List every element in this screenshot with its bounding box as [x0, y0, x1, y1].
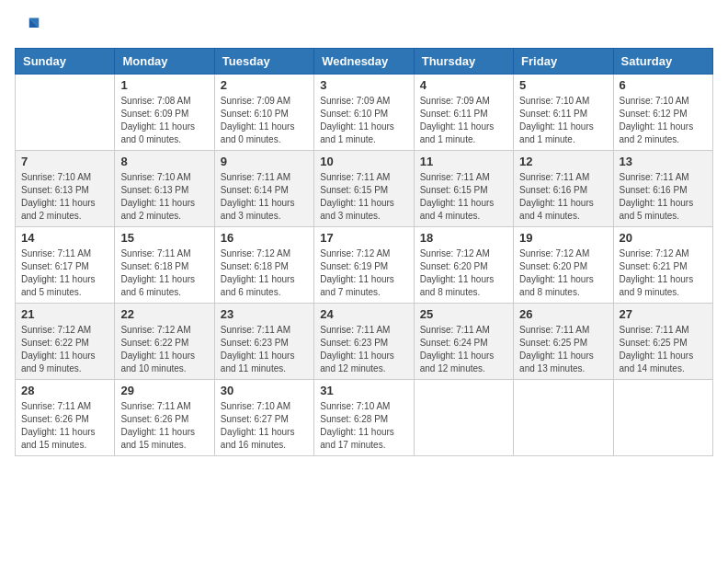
day-number: 4	[420, 78, 507, 92]
calendar-day-header: Friday	[514, 49, 613, 75]
day-number: 11	[420, 155, 507, 168]
calendar-week-row: 7Sunrise: 7:10 AM Sunset: 6:13 PM Daylig…	[16, 151, 713, 227]
logo	[15, 15, 44, 40]
calendar-cell: 11Sunrise: 7:11 AM Sunset: 6:15 PM Dayli…	[414, 151, 513, 227]
calendar-cell	[514, 380, 613, 456]
day-info: Sunrise: 7:11 AM Sunset: 6:18 PM Dayligh…	[120, 247, 208, 299]
day-info: Sunrise: 7:10 AM Sunset: 6:13 PM Dayligh…	[120, 171, 208, 223]
day-number: 17	[320, 231, 407, 245]
calendar-cell: 30Sunrise: 7:10 AM Sunset: 6:27 PM Dayli…	[214, 380, 313, 456]
calendar-cell	[613, 380, 712, 456]
day-info: Sunrise: 7:11 AM Sunset: 6:16 PM Dayligh…	[620, 171, 707, 223]
calendar-cell: 16Sunrise: 7:12 AM Sunset: 6:18 PM Dayli…	[214, 227, 313, 304]
day-number: 3	[320, 78, 407, 92]
calendar-cell: 19Sunrise: 7:12 AM Sunset: 6:20 PM Dayli…	[514, 227, 613, 304]
day-number: 7	[21, 155, 108, 168]
day-info: Sunrise: 7:12 AM Sunset: 6:22 PM Dayligh…	[120, 324, 208, 375]
day-number: 6	[620, 78, 707, 92]
day-number: 20	[620, 231, 707, 245]
day-info: Sunrise: 7:11 AM Sunset: 6:26 PM Dayligh…	[120, 400, 208, 452]
day-info: Sunrise: 7:11 AM Sunset: 6:25 PM Dayligh…	[620, 324, 707, 375]
day-info: Sunrise: 7:12 AM Sunset: 6:19 PM Dayligh…	[320, 247, 407, 299]
day-number: 30	[221, 384, 308, 397]
calendar-header-row: SundayMondayTuesdayWednesdayThursdayFrid…	[16, 49, 713, 75]
day-number: 15	[120, 231, 208, 245]
calendar-day-header: Saturday	[613, 49, 712, 75]
day-info: Sunrise: 7:11 AM Sunset: 6:15 PM Dayligh…	[320, 171, 407, 223]
day-info: Sunrise: 7:09 AM Sunset: 6:11 PM Dayligh…	[420, 95, 507, 146]
day-info: Sunrise: 7:11 AM Sunset: 6:23 PM Dayligh…	[320, 324, 407, 375]
calendar-cell: 21Sunrise: 7:12 AM Sunset: 6:22 PM Dayli…	[16, 304, 115, 380]
calendar-week-row: 28Sunrise: 7:11 AM Sunset: 6:26 PM Dayli…	[16, 380, 713, 456]
calendar-cell: 9Sunrise: 7:11 AM Sunset: 6:14 PM Daylig…	[214, 151, 313, 227]
calendar-cell: 1Sunrise: 7:08 AM Sunset: 6:09 PM Daylig…	[115, 75, 214, 151]
day-number: 9	[221, 155, 308, 168]
day-number: 26	[519, 307, 607, 321]
calendar-cell: 14Sunrise: 7:11 AM Sunset: 6:17 PM Dayli…	[16, 227, 115, 304]
day-info: Sunrise: 7:09 AM Sunset: 6:10 PM Dayligh…	[221, 95, 308, 146]
day-number: 1	[120, 78, 208, 92]
calendar-cell	[16, 75, 115, 151]
calendar-cell: 23Sunrise: 7:11 AM Sunset: 6:23 PM Dayli…	[214, 304, 313, 380]
calendar-cell: 31Sunrise: 7:10 AM Sunset: 6:28 PM Dayli…	[314, 380, 414, 456]
calendar-cell: 20Sunrise: 7:12 AM Sunset: 6:21 PM Dayli…	[613, 227, 712, 304]
calendar-cell: 6Sunrise: 7:10 AM Sunset: 6:12 PM Daylig…	[613, 75, 712, 151]
day-info: Sunrise: 7:11 AM Sunset: 6:14 PM Dayligh…	[221, 171, 308, 223]
day-info: Sunrise: 7:11 AM Sunset: 6:15 PM Dayligh…	[420, 171, 507, 223]
calendar-cell: 24Sunrise: 7:11 AM Sunset: 6:23 PM Dayli…	[314, 304, 414, 380]
calendar-day-header: Wednesday	[314, 49, 414, 75]
day-number: 27	[620, 307, 707, 321]
day-number: 18	[420, 231, 507, 245]
calendar-week-row: 1Sunrise: 7:08 AM Sunset: 6:09 PM Daylig…	[16, 75, 713, 151]
day-info: Sunrise: 7:11 AM Sunset: 6:23 PM Dayligh…	[221, 324, 308, 375]
logo-icon	[15, 15, 40, 40]
day-number: 31	[320, 384, 407, 397]
day-info: Sunrise: 7:12 AM Sunset: 6:20 PM Dayligh…	[420, 247, 507, 299]
day-number: 25	[420, 307, 507, 321]
calendar-cell: 25Sunrise: 7:11 AM Sunset: 6:24 PM Dayli…	[414, 304, 513, 380]
day-info: Sunrise: 7:10 AM Sunset: 6:11 PM Dayligh…	[519, 95, 607, 146]
day-info: Sunrise: 7:10 AM Sunset: 6:13 PM Dayligh…	[21, 171, 108, 223]
calendar-day-header: Thursday	[414, 49, 513, 75]
calendar-day-header: Sunday	[16, 49, 115, 75]
day-number: 14	[21, 231, 108, 245]
day-number: 19	[519, 231, 607, 245]
calendar-cell: 13Sunrise: 7:11 AM Sunset: 6:16 PM Dayli…	[613, 151, 712, 227]
day-number: 8	[120, 155, 208, 168]
day-info: Sunrise: 7:11 AM Sunset: 6:25 PM Dayligh…	[519, 324, 607, 375]
day-number: 16	[221, 231, 308, 245]
day-info: Sunrise: 7:09 AM Sunset: 6:10 PM Dayligh…	[320, 95, 407, 146]
calendar-table: SundayMondayTuesdayWednesdayThursdayFrid…	[15, 48, 713, 456]
day-info: Sunrise: 7:11 AM Sunset: 6:16 PM Dayligh…	[519, 171, 607, 223]
day-info: Sunrise: 7:10 AM Sunset: 6:12 PM Dayligh…	[620, 95, 707, 146]
day-info: Sunrise: 7:10 AM Sunset: 6:27 PM Dayligh…	[221, 400, 308, 452]
calendar-day-header: Tuesday	[214, 49, 313, 75]
calendar-cell: 18Sunrise: 7:12 AM Sunset: 6:20 PM Dayli…	[414, 227, 513, 304]
day-info: Sunrise: 7:12 AM Sunset: 6:21 PM Dayligh…	[620, 247, 707, 299]
calendar-cell: 15Sunrise: 7:11 AM Sunset: 6:18 PM Dayli…	[115, 227, 214, 304]
day-info: Sunrise: 7:12 AM Sunset: 6:20 PM Dayligh…	[519, 247, 607, 299]
day-number: 29	[120, 384, 208, 397]
calendar-cell: 10Sunrise: 7:11 AM Sunset: 6:15 PM Dayli…	[314, 151, 414, 227]
calendar-cell: 12Sunrise: 7:11 AM Sunset: 6:16 PM Dayli…	[514, 151, 613, 227]
calendar-cell: 3Sunrise: 7:09 AM Sunset: 6:10 PM Daylig…	[314, 75, 414, 151]
day-number: 13	[620, 155, 707, 168]
calendar-cell: 2Sunrise: 7:09 AM Sunset: 6:10 PM Daylig…	[214, 75, 313, 151]
calendar-day-header: Monday	[115, 49, 214, 75]
calendar-cell: 17Sunrise: 7:12 AM Sunset: 6:19 PM Dayli…	[314, 227, 414, 304]
day-info: Sunrise: 7:11 AM Sunset: 6:24 PM Dayligh…	[420, 324, 507, 375]
day-info: Sunrise: 7:10 AM Sunset: 6:28 PM Dayligh…	[320, 400, 407, 452]
day-number: 5	[519, 78, 607, 92]
calendar-cell: 27Sunrise: 7:11 AM Sunset: 6:25 PM Dayli…	[613, 304, 712, 380]
day-info: Sunrise: 7:12 AM Sunset: 6:18 PM Dayligh…	[221, 247, 308, 299]
day-number: 12	[519, 155, 607, 168]
day-number: 23	[221, 307, 308, 321]
calendar-week-row: 14Sunrise: 7:11 AM Sunset: 6:17 PM Dayli…	[16, 227, 713, 304]
page-header	[15, 15, 713, 40]
day-info: Sunrise: 7:08 AM Sunset: 6:09 PM Dayligh…	[120, 95, 208, 146]
calendar-cell: 28Sunrise: 7:11 AM Sunset: 6:26 PM Dayli…	[16, 380, 115, 456]
calendar-cell: 29Sunrise: 7:11 AM Sunset: 6:26 PM Dayli…	[115, 380, 214, 456]
calendar-cell: 5Sunrise: 7:10 AM Sunset: 6:11 PM Daylig…	[514, 75, 613, 151]
day-number: 21	[21, 307, 108, 321]
day-number: 22	[120, 307, 208, 321]
